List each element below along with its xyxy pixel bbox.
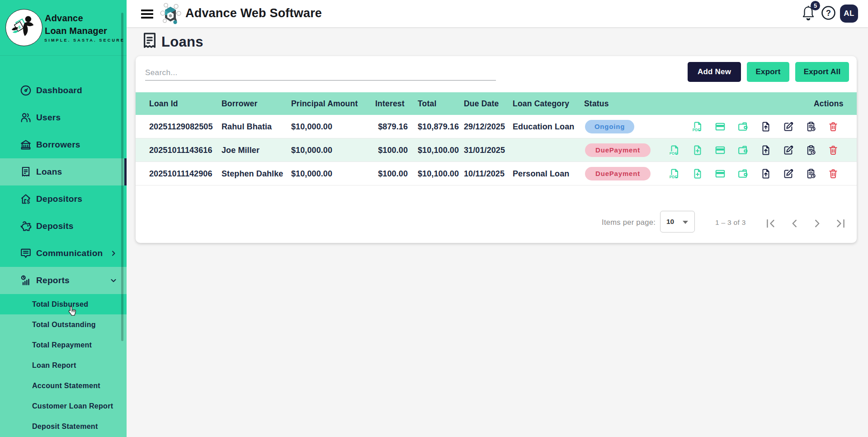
svg-text:$: $	[18, 25, 21, 29]
svg-text:$: $	[27, 199, 30, 205]
svg-text:?: ?	[826, 9, 831, 18]
